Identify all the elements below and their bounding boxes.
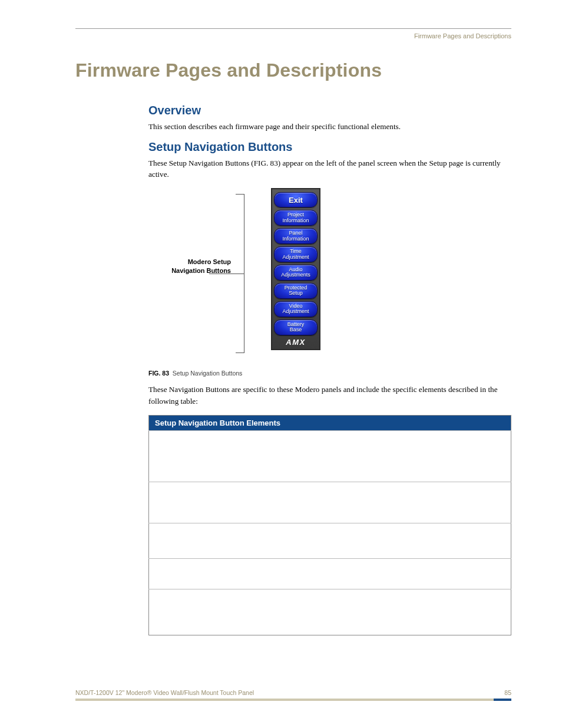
table-row [149,523,511,558]
setup-nav-body2: These Navigation Buttons are specific to… [148,384,511,406]
elements-table: Setup Navigation Button Elements [148,415,511,635]
page-title: Firmware Pages and Descriptions [75,60,511,81]
heading-setup-nav: Setup Navigation Buttons [148,140,511,154]
figure-caption-text: Setup Navigation Buttons [173,370,243,377]
nav-button-video-adjustment[interactable]: Video Adjustment [274,301,318,317]
table-row [149,558,511,589]
table-row [149,430,511,482]
running-header: Firmware Pages and Descriptions [75,32,511,39]
footer-doc-title: NXD/T-1200V 12" Modero® Video Wall/Flush… [75,689,254,696]
table-header: Setup Navigation Button Elements [149,415,511,430]
nav-button-protected-setup[interactable]: Protected Setup [274,283,318,299]
nav-panel: Exit Project Information Panel Informati… [271,188,320,350]
heading-overview: Overview [148,104,511,117]
nav-button-time-adjustment[interactable]: Time Adjustment [274,246,318,262]
overview-body: This section describes each firmware pag… [148,121,511,132]
table-row [149,482,511,523]
figure-83: Modero Setup Navigation Buttons Exit Pro… [148,188,511,365]
nav-button-panel-information[interactable]: Panel Information [274,228,318,244]
figure-caption-number: FIG. 83 [148,370,169,377]
table-row [149,589,511,635]
top-divider [75,28,511,29]
footer: NXD/T-1200V 12" Modero® Video Wall/Flush… [75,689,511,696]
figure-caption: FIG. 83 Setup Navigation Buttons [148,370,511,377]
page-number: 85 [504,689,511,696]
figure-side-label: Modero Setup Navigation Buttons [148,258,231,275]
amx-logo: AMX [274,338,318,347]
bracket-icon [236,194,244,353]
nav-button-battery-base[interactable]: Battery Base [274,319,318,335]
nav-button-project-information[interactable]: Project Information [274,210,318,226]
nav-button-exit[interactable]: Exit [274,192,318,207]
footer-rule [75,699,511,701]
nav-button-audio-adjustments[interactable]: Audio Adjustments [274,265,318,281]
setup-nav-body1: These Setup Navigation Buttons (FIG. 83)… [148,157,511,180]
